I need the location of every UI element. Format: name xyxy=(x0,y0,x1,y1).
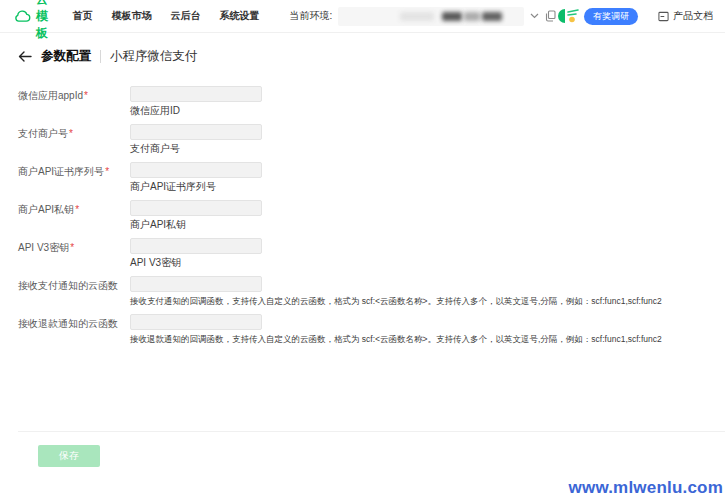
title-divider xyxy=(100,50,101,63)
redacted-env-text xyxy=(442,12,462,21)
watermark: www.mlwenlu.com xyxy=(569,478,723,498)
redacted-env-text xyxy=(464,12,480,21)
form-row-wechat-appid: 微信应用appId*微信应用ID xyxy=(0,86,725,117)
env-selector[interactable] xyxy=(338,7,524,26)
form-row-api-v3-key: API V3密钥*API V3密钥 xyxy=(0,238,725,269)
input-pay-merchant-id[interactable] xyxy=(130,124,262,140)
form-row-refund-notify-scf: 接收退款通知的云函数接收退款通知的回调函数，支持传入自定义的云函数，格式为 sc… xyxy=(0,314,725,345)
required-asterisk: * xyxy=(105,166,109,177)
field-helper-refund-notify-scf: 接收退款通知的回调函数，支持传入自定义的云函数，格式为 scf:<云函数名称>。… xyxy=(130,333,662,345)
input-refund-notify-scf[interactable] xyxy=(130,314,262,330)
field-helper-api-v3-key: API V3密钥 xyxy=(130,257,262,269)
main-nav: 首页模板市场云后台系统设置 xyxy=(73,9,260,23)
cloud-icon xyxy=(14,10,31,23)
input-merchant-api-cert-serial[interactable] xyxy=(130,162,262,178)
required-asterisk: * xyxy=(75,204,79,215)
field-col-merchant-api-private-key: 商户API私钥 xyxy=(130,200,262,231)
field-helper-merchant-api-cert-serial: 商户API证书序列号 xyxy=(130,181,262,193)
form-row-merchant-api-private-key: 商户API私钥*商户API私钥 xyxy=(0,200,725,231)
nav-home[interactable]: 首页 xyxy=(73,9,93,23)
env-group: 当前环境: xyxy=(290,7,557,26)
survey-badge[interactable]: 有奖调研 xyxy=(556,6,638,26)
page-title: 参数配置 xyxy=(41,48,91,65)
page-subtitle: 小程序微信支付 xyxy=(110,48,198,65)
chevron-down-icon[interactable] xyxy=(530,13,539,19)
input-api-v3-key[interactable] xyxy=(130,238,262,254)
input-pay-notify-scf[interactable] xyxy=(130,276,262,292)
required-asterisk: * xyxy=(70,242,74,253)
field-col-refund-notify-scf: 接收退款通知的回调函数，支持传入自定义的云函数，格式为 scf:<云函数名称>。… xyxy=(130,314,662,345)
field-col-api-v3-key: API V3密钥 xyxy=(130,238,262,269)
document-icon xyxy=(658,11,669,22)
required-asterisk: * xyxy=(69,128,73,139)
field-col-pay-notify-scf: 接收支付通知的回调函数，支持传入自定义的云函数，格式为 scf:<云函数名称>。… xyxy=(130,276,662,307)
field-label-pay-merchant-id: 支付商户号* xyxy=(18,124,130,155)
nav-system-settings[interactable]: 系统设置 xyxy=(220,9,260,23)
form-row-merchant-api-cert-serial: 商户API证书序列号*商户API证书序列号 xyxy=(0,162,725,193)
field-label-refund-notify-scf: 接收退款通知的云函数 xyxy=(18,314,130,345)
nav-cloud-backend[interactable]: 云后台 xyxy=(171,9,201,23)
field-helper-pay-merchant-id: 支付商户号 xyxy=(130,143,262,155)
field-label-merchant-api-cert-serial: 商户API证书序列号* xyxy=(18,162,130,193)
field-col-merchant-api-cert-serial: 商户API证书序列号 xyxy=(130,162,262,193)
top-header: 云模板 首页模板市场云后台系统设置 当前环境: xyxy=(0,0,725,33)
input-merchant-api-private-key[interactable] xyxy=(130,200,262,216)
field-label-wechat-appid: 微信应用appId* xyxy=(18,86,130,117)
redacted-env-text xyxy=(482,12,502,21)
required-asterisk: * xyxy=(84,90,88,101)
form-row-pay-merchant-id: 支付商户号*支付商户号 xyxy=(0,124,725,155)
field-helper-wechat-appid: 微信应用ID xyxy=(130,105,262,117)
product-docs-label: 产品文档 xyxy=(673,9,713,23)
app-logo[interactable]: 云模板 xyxy=(14,0,49,42)
redacted-env-text xyxy=(400,12,434,21)
save-button[interactable]: 保存 xyxy=(38,445,100,467)
save-row: 保存 xyxy=(0,432,725,467)
field-col-pay-merchant-id: 支付商户号 xyxy=(130,124,262,155)
spacer xyxy=(0,352,725,431)
product-docs-link[interactable]: 产品文档 xyxy=(658,9,713,23)
field-helper-merchant-api-private-key: 商户API私钥 xyxy=(130,219,262,231)
form-row-pay-notify-scf: 接收支付通知的云函数接收支付通知的回调函数，支持传入自定义的云函数，格式为 sc… xyxy=(0,276,725,307)
app-title: 云模板 xyxy=(36,0,49,42)
copy-icon[interactable] xyxy=(545,10,556,22)
survey-badge-label: 有奖调研 xyxy=(584,8,638,25)
env-label: 当前环境: xyxy=(290,9,333,23)
field-label-merchant-api-private-key: 商户API私钥* xyxy=(18,200,130,231)
payment-config-form: 微信应用appId*微信应用ID支付商户号*支付商户号商户API证书序列号*商户… xyxy=(0,86,725,345)
page-title-row: 参数配置 小程序微信支付 xyxy=(0,33,725,65)
field-col-wechat-appid: 微信应用ID xyxy=(130,86,262,117)
field-label-api-v3-key: API V3密钥* xyxy=(18,238,130,269)
nav-template-market[interactable]: 模板市场 xyxy=(112,9,152,23)
field-helper-pay-notify-scf: 接收支付通知的回调函数，支持传入自定义的云函数，格式为 scf:<云函数名称>。… xyxy=(130,295,662,307)
back-arrow-icon[interactable] xyxy=(18,51,32,62)
field-label-pay-notify-scf: 接收支付通知的云函数 xyxy=(18,276,130,307)
input-wechat-appid[interactable] xyxy=(130,86,262,102)
